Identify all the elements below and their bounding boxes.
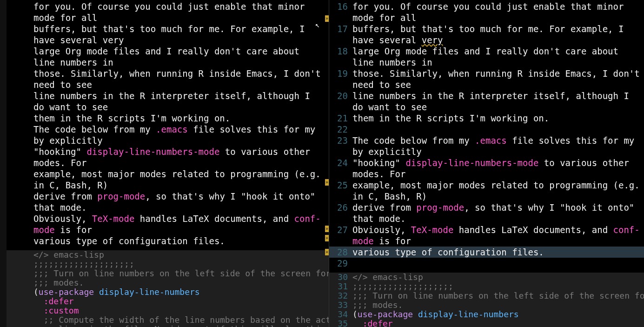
code-line[interactable]: ;;; modes.: [7, 278, 329, 287]
code-line[interactable]: ;;;;;;;;;;;;;;;;;;;;: [7, 260, 329, 269]
code-line[interactable]: ;; lines in the file. No idea yet if thi…: [7, 325, 329, 327]
line-number: 30: [329, 273, 352, 282]
prose-region-right[interactable]: 16for you. Of course you could just enab…: [329, 0, 644, 273]
prose-line[interactable]: The code below from my .emacs file solve…: [33, 124, 326, 146]
line-number: 27: [329, 224, 352, 235]
prose-line[interactable]: 22: [329, 124, 644, 135]
overflow-indicator-icon: »: [325, 235, 329, 241]
prose-line[interactable]: Obviously, TeX-mode handles LaTeX docume…: [33, 213, 326, 235]
line-number: 17: [329, 23, 352, 34]
line-number: 34: [329, 310, 352, 319]
line-number: 18: [329, 46, 352, 57]
code-line[interactable]: 32;;; Turn on line numbers on the left s…: [329, 291, 644, 300]
prose-line[interactable]: 28various type of configuration files.: [329, 247, 644, 258]
prose-line[interactable]: them in the R scripts I'm working on.: [33, 113, 326, 124]
line-number: 31: [329, 282, 352, 291]
prose-line[interactable]: 25example, most major modes related to p…: [329, 180, 644, 202]
line-number: 20: [329, 90, 352, 101]
prose-line[interactable]: 26derive from prog-mode, so that's why I…: [329, 202, 644, 224]
code-line[interactable]: 33;;; modes.: [329, 300, 644, 310]
code-region-left[interactable]: </> emacs-lisp;;;;;;;;;;;;;;;;;;;;;;; Tu…: [7, 250, 329, 327]
prose-line[interactable]: 29: [329, 258, 644, 269]
prose-line[interactable]: 24"hooking" display-line-numbers-mode to…: [329, 157, 644, 180]
code-line[interactable]: (use-package display-line-numbers: [7, 287, 329, 297]
code-line[interactable]: :custom: [7, 306, 329, 315]
prose-line[interactable]: buffers, but that's too much for me. For…: [33, 23, 326, 46]
prose-line[interactable]: "hooking" display-line-numbers-mode to v…: [33, 146, 326, 168]
prose-line[interactable]: 16for you. Of course you could just enab…: [329, 1, 644, 23]
prose-line[interactable]: various type of configuration files.: [33, 235, 326, 247]
prose-line[interactable]: 17buffers, but that's too much for me. F…: [329, 23, 644, 46]
prose-line[interactable]: 27Obviously, TeX-mode handles LaTeX docu…: [329, 224, 644, 247]
overflow-indicator-icon: »: [325, 226, 329, 232]
code-region-right[interactable]: 30</> emacs-lisp31;;;;;;;;;;;;;;;;;;;;32…: [329, 273, 644, 327]
prose-line[interactable]: 19those. Similarly, when running R insid…: [329, 68, 644, 90]
overflow-indicator-icon: »: [325, 249, 329, 255]
code-line[interactable]: ;; Compute the width of the line numbers…: [7, 315, 329, 325]
pane-left[interactable]: for you. Of course you could just enable…: [7, 0, 329, 327]
line-number: 24: [329, 157, 352, 168]
prose-line[interactable]: example, most major modes related to pro…: [33, 168, 326, 191]
code-line[interactable]: 35 :defer: [329, 319, 644, 327]
prose-line[interactable]: large Org mode files and I really don't …: [33, 46, 326, 68]
far-left-margin: [0, 0, 7, 327]
line-number: 23: [329, 135, 352, 146]
code-line[interactable]: ;;; Turn on line numbers on the left sid…: [7, 269, 329, 278]
overflow-indicator-icon: »: [325, 15, 329, 22]
line-number: 28: [329, 247, 352, 258]
code-line[interactable]: 31;;;;;;;;;;;;;;;;;;;;: [329, 282, 644, 291]
code-line[interactable]: </> emacs-lisp: [7, 250, 329, 260]
line-number: 32: [329, 291, 352, 300]
prose-line[interactable]: 21them in the R scripts I'm working on.: [329, 113, 644, 124]
code-line[interactable]: 34(use-package display-line-numbers: [329, 310, 644, 319]
prose-region-left[interactable]: for you. Of course you could just enable…: [7, 0, 329, 250]
overflow-indicator-icon: »: [325, 179, 329, 186]
prose-line[interactable]: for you. Of course you could just enable…: [33, 1, 326, 23]
pane-right[interactable]: 16for you. Of course you could just enab…: [329, 0, 644, 327]
line-number: 35: [329, 319, 352, 327]
prose-line[interactable]: line numbers in the R interpreter itself…: [33, 90, 326, 113]
line-number: 19: [329, 68, 352, 79]
code-line[interactable]: :defer: [7, 297, 329, 306]
prose-line[interactable]: 23The code below from my .emacs file sol…: [329, 135, 644, 157]
prose-line[interactable]: those. Similarly, when running R inside …: [33, 68, 326, 90]
line-number: 29: [329, 258, 352, 269]
code-line[interactable]: 30</> emacs-lisp: [329, 273, 644, 282]
line-number: 26: [329, 202, 352, 213]
prose-line[interactable]: 20line numbers in the R interpreter itse…: [329, 90, 644, 113]
line-number: 25: [329, 180, 352, 191]
line-number: 33: [329, 300, 352, 310]
prose-line[interactable]: 18large Org mode files and I really don'…: [329, 46, 644, 68]
line-number: 22: [329, 124, 352, 135]
line-number: 21: [329, 113, 352, 124]
line-number: 16: [329, 1, 352, 12]
editor-root: for you. Of course you could just enable…: [0, 0, 644, 327]
prose-line[interactable]: derive from prog-mode, so that's why I "…: [33, 191, 326, 213]
